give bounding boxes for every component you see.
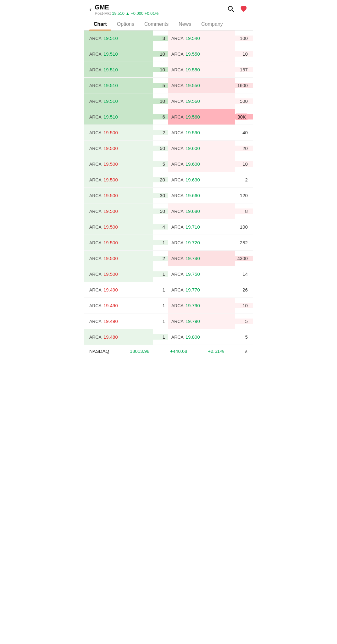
ask-cell: ARCA19.600 bbox=[168, 141, 235, 156]
ask-cell: ARCA19.740 bbox=[168, 251, 235, 266]
ask-exchange: ARCA bbox=[171, 130, 184, 135]
table-row: ARCA19.5002ARCA19.59040 bbox=[84, 125, 253, 141]
tab-news[interactable]: News bbox=[174, 18, 196, 30]
index-pct: +2.51% bbox=[208, 348, 224, 354]
ask-exchange: ARCA bbox=[171, 52, 184, 57]
ask-cell: ARCA19.710 bbox=[168, 219, 235, 235]
table-row: ARCA19.51010ARCA19.560500 bbox=[84, 93, 253, 109]
ask-exchange: ARCA bbox=[171, 36, 184, 41]
back-button[interactable]: ‹ bbox=[89, 6, 91, 13]
bid-price: 19.510 bbox=[103, 51, 118, 57]
bid-qty: 50 bbox=[153, 208, 168, 214]
bid-exchange: ARCA bbox=[89, 225, 102, 230]
ask-qty: 10 bbox=[235, 51, 253, 57]
ask-price: 19.790 bbox=[185, 319, 200, 324]
bid-price: 19.490 bbox=[103, 287, 118, 292]
bid-qty: 1 bbox=[153, 303, 168, 308]
ask-exchange: ARCA bbox=[171, 256, 184, 261]
table-row: ARCA19.5106ARCA19.56030K bbox=[84, 109, 253, 125]
table-row: ARCA19.50050ARCA19.6808 bbox=[84, 203, 253, 219]
bid-price: 19.500 bbox=[103, 130, 118, 135]
ask-qty: 282 bbox=[235, 240, 253, 245]
ask-exchange: ARCA bbox=[171, 67, 184, 72]
bid-qty: 5 bbox=[153, 83, 168, 88]
favorite-icon[interactable] bbox=[240, 5, 248, 14]
table-row: ARCA19.51010ARCA19.55010 bbox=[84, 46, 253, 62]
ask-price: 19.770 bbox=[185, 287, 200, 292]
bid-price: 19.510 bbox=[103, 114, 118, 119]
ask-qty: 5 bbox=[235, 319, 253, 324]
table-row: ARCA19.5005ARCA19.60010 bbox=[84, 156, 253, 172]
ask-exchange: ARCA bbox=[171, 319, 184, 324]
bid-cell: ARCA19.480 bbox=[84, 329, 153, 345]
stock-info: GME Post-Mkt 19.510 ▲ +0.000 +0.01% bbox=[95, 4, 158, 16]
tab-comments[interactable]: Comments bbox=[140, 18, 173, 30]
bid-cell: ARCA19.500 bbox=[84, 235, 153, 250]
bid-exchange: ARCA bbox=[89, 303, 102, 308]
bid-price: 19.500 bbox=[103, 208, 118, 214]
ask-exchange: ARCA bbox=[171, 303, 184, 308]
chevron-up-icon[interactable]: ∧ bbox=[245, 349, 248, 354]
ask-exchange: ARCA bbox=[171, 272, 184, 277]
bid-cell: ARCA19.500 bbox=[84, 188, 153, 203]
ask-price: 19.630 bbox=[185, 177, 200, 182]
bid-qty: 30 bbox=[153, 193, 168, 198]
ask-price: 19.660 bbox=[185, 193, 200, 198]
tab-chart[interactable]: Chart bbox=[89, 18, 111, 30]
ask-qty: 167 bbox=[235, 67, 253, 72]
ask-exchange: ARCA bbox=[171, 177, 184, 182]
ask-price: 19.560 bbox=[185, 98, 200, 104]
ask-price: 19.600 bbox=[185, 146, 200, 151]
bid-exchange: ARCA bbox=[89, 193, 102, 198]
bid-cell: ARCA19.510 bbox=[84, 62, 153, 77]
ask-qty: 10 bbox=[235, 161, 253, 167]
bid-qty: 10 bbox=[153, 67, 168, 72]
search-icon[interactable] bbox=[227, 5, 235, 14]
svg-line-1 bbox=[232, 10, 234, 12]
ask-cell: ARCA19.550 bbox=[168, 46, 235, 62]
bid-qty: 1 bbox=[153, 319, 168, 324]
ask-qty: 1600 bbox=[235, 83, 253, 88]
bid-cell: ARCA19.500 bbox=[84, 125, 153, 140]
ask-qty-highlight: 30K bbox=[235, 114, 248, 120]
bid-qty: 10 bbox=[153, 51, 168, 57]
ask-cell: ARCA19.550 bbox=[168, 78, 235, 93]
bid-exchange: ARCA bbox=[89, 83, 102, 88]
ask-price: 19.790 bbox=[185, 303, 200, 308]
bid-qty: 10 bbox=[153, 98, 168, 104]
bid-exchange: ARCA bbox=[89, 335, 102, 340]
ask-qty: 40 bbox=[235, 130, 253, 135]
tab-company[interactable]: Company bbox=[197, 18, 227, 30]
table-row: ARCA19.4801ARCA19.8005 bbox=[84, 329, 253, 345]
bid-exchange: ARCA bbox=[89, 209, 102, 214]
bid-qty: 20 bbox=[153, 177, 168, 182]
ask-cell: ARCA19.800 bbox=[168, 329, 235, 345]
table-row: ARCA19.5002ARCA19.7404300 bbox=[84, 251, 253, 266]
ask-price: 19.800 bbox=[185, 334, 200, 340]
bid-cell: ARCA19.490 bbox=[84, 314, 153, 329]
bid-qty: 1 bbox=[153, 240, 168, 245]
table-row: ARCA19.4901ARCA19.79010 bbox=[84, 298, 253, 314]
tab-options[interactable]: Options bbox=[113, 18, 139, 30]
table-row: ARCA19.50020ARCA19.6302 bbox=[84, 172, 253, 188]
ask-price: 19.710 bbox=[185, 224, 200, 230]
bid-exchange: ARCA bbox=[89, 287, 102, 292]
bid-price: 19.510 bbox=[103, 67, 118, 72]
bottom-bar[interactable]: NASDAQ 18013.98 +440.68 +2.51% ∧ bbox=[84, 345, 253, 357]
bid-price: 19.510 bbox=[103, 36, 118, 41]
ask-qty: 500 bbox=[235, 98, 253, 104]
bid-price: 19.500 bbox=[103, 224, 118, 230]
price-arrow: ▲ bbox=[126, 11, 131, 16]
bid-price: 19.490 bbox=[103, 319, 118, 324]
bid-exchange: ARCA bbox=[89, 52, 102, 57]
ask-qty: 100 bbox=[235, 36, 253, 41]
table-row: ARCA19.5105ARCA19.5501600 bbox=[84, 78, 253, 93]
bid-price: 19.500 bbox=[103, 240, 118, 245]
ask-price: 19.680 bbox=[185, 208, 200, 214]
ask-qty: 30K bbox=[235, 114, 253, 119]
ask-exchange: ARCA bbox=[171, 335, 184, 340]
table-row: ARCA19.5001ARCA19.75014 bbox=[84, 266, 253, 282]
bid-exchange: ARCA bbox=[89, 162, 102, 167]
bid-exchange: ARCA bbox=[89, 319, 102, 324]
bid-cell: ARCA19.490 bbox=[84, 298, 153, 313]
